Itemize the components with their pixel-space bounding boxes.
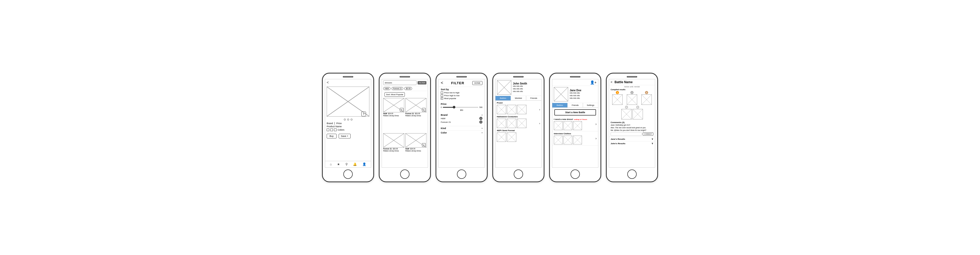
- battle-prom-chevron[interactable]: ›: [539, 108, 540, 111]
- battle-back-button[interactable]: <: [611, 80, 612, 84]
- johns-results-label: John's Results: [611, 142, 625, 145]
- nav-search-icon[interactable]: ⚲: [345, 163, 348, 166]
- add-product-2[interactable]: +: [422, 108, 426, 112]
- chip-hm[interactable]: H&M: [383, 87, 390, 90]
- p5-profile-section: Jane Doe Info Info InfoInfo Info InfoInf…: [552, 86, 598, 103]
- filter-back-button[interactable]: <: [441, 81, 443, 85]
- comments-section: Comments (3) Jane: Definitely get #1!!! …: [609, 121, 655, 137]
- nav-bell-icon[interactable]: 🔔: [353, 163, 357, 166]
- price-title: Price: [441, 103, 482, 105]
- search-input[interactable]: [383, 80, 417, 85]
- battle-halloween-chevron[interactable]: ›: [539, 122, 540, 125]
- buy-button[interactable]: Buy: [327, 134, 337, 139]
- dress-battle-chevron[interactable]: ›: [595, 122, 597, 126]
- rank-badge-5: 5: [636, 105, 639, 109]
- color-swatch-1[interactable]: [327, 129, 329, 131]
- user-details: Info info infoInfo info infoInfo info in…: [513, 85, 540, 92]
- johns-results-row[interactable]: John's Results ∨: [609, 141, 655, 145]
- chip-price[interactable]: $0-50: [404, 87, 412, 90]
- sort-checkbox-3[interactable]: [441, 97, 443, 100]
- jane-tab-settings[interactable]: Settings: [583, 103, 598, 107]
- battle-prom-title: Prom!: [497, 102, 540, 104]
- interview-thumb-3: [573, 135, 582, 145]
- save-button[interactable]: Save +: [339, 134, 351, 139]
- john-smith-phone: John Smith Info info infoInfo info infoI…: [492, 73, 544, 182]
- brand-chevron[interactable]: ›: [482, 114, 482, 116]
- phone2-home-button[interactable]: [400, 169, 409, 179]
- price-slider[interactable]: [443, 107, 478, 108]
- color-swatch-2[interactable]: [330, 129, 333, 131]
- kind-section: Kind › Color ›: [439, 126, 485, 135]
- compiled-label: Compiled results: [609, 88, 655, 91]
- phone3-screen: < FILTER DONE Sort by Price low to high …: [438, 79, 485, 168]
- result-3: 3: [640, 91, 653, 105]
- jane-battle-interview-title: Interview Clothes: [554, 132, 595, 135]
- interview-thumb-1: [554, 135, 563, 145]
- kind-row[interactable]: Kind ›: [441, 126, 482, 131]
- tab-battles[interactable]: Battles: [495, 96, 511, 100]
- phone6-home-button[interactable]: [627, 169, 637, 179]
- phone-speaker: [627, 76, 637, 77]
- sort-option-1[interactable]: Price low to high: [441, 91, 482, 94]
- product-item-3: Forever 21 $39.95Ribbed Jersey Dress: [383, 133, 404, 167]
- sort-title: Sort by: [441, 88, 482, 91]
- result-4: 4: [621, 105, 632, 120]
- remove-hm-button[interactable]: ✕: [479, 117, 482, 120]
- battle-halloween-thumb-2: [507, 119, 516, 128]
- jane-tab-battles[interactable]: Battles: [552, 103, 568, 107]
- interview-battle-chevron[interactable]: ›: [595, 137, 597, 140]
- tab-friends[interactable]: Friends: [526, 96, 541, 100]
- back-button[interactable]: <: [327, 80, 329, 84]
- battle-prom-thumb-2: [507, 105, 516, 114]
- result-2: 2: [625, 91, 639, 105]
- divider: [334, 122, 335, 124]
- color-swatch-3[interactable]: [334, 129, 337, 131]
- jane-doe-avatar: [554, 87, 568, 101]
- brand-hm-label: H&M: [441, 117, 445, 120]
- battle-prom-thumb-1: [497, 105, 506, 114]
- nav-star-icon[interactable]: ★: [337, 163, 340, 166]
- battle-aepi-row: [497, 132, 540, 142]
- phone1-home-button[interactable]: [343, 169, 353, 179]
- sort-row: Sort: Most Popular: [382, 91, 428, 98]
- profile-avatar: [497, 80, 511, 95]
- sort-option-2[interactable]: Price high to low: [441, 94, 482, 97]
- remove-forever21-button[interactable]: ✕: [479, 121, 482, 124]
- filter-button[interactable]: FILTER: [418, 81, 426, 84]
- color-row[interactable]: Color ›: [441, 131, 482, 135]
- tab-wishlist[interactable]: Wishlist: [511, 96, 526, 100]
- add-friend-icon[interactable]: 👤+: [590, 80, 597, 84]
- janes-results-chevron[interactable]: ∨: [652, 138, 653, 140]
- phone5-home-button[interactable]: [571, 169, 580, 179]
- chip-forever21[interactable]: Forever 21: [391, 87, 404, 90]
- sort-option-3[interactable]: Most popular: [441, 97, 482, 100]
- add-image-button[interactable]: +: [361, 112, 366, 116]
- product-item-4: + H&M $39.95Ribbed Jersey Dress: [405, 133, 426, 167]
- sort-checkbox-1[interactable]: [441, 91, 443, 94]
- color-chevron[interactable]: ›: [482, 131, 482, 134]
- johns-results-chevron[interactable]: ∨: [652, 142, 653, 145]
- slider-thumb[interactable]: [453, 106, 455, 108]
- jane-doe-name: Jane Doe: [570, 89, 581, 92]
- jane-doe-phone: 👤+ Jane Doe Info Info InfoInfo Info Info…: [549, 73, 601, 182]
- sort-checkbox-2[interactable]: [441, 94, 443, 97]
- janes-results-row[interactable]: Jane's Results ∨: [609, 137, 655, 141]
- done-button[interactable]: DONE: [472, 81, 482, 85]
- jane-tab-friends[interactable]: Friends: [568, 103, 583, 107]
- phone3-home-button[interactable]: [457, 169, 466, 179]
- kind-chevron[interactable]: ›: [482, 127, 482, 129]
- comment-input[interactable]: [611, 132, 642, 136]
- phone4-home-button[interactable]: [514, 169, 523, 179]
- add-product-1[interactable]: +: [400, 108, 404, 112]
- new-battle-button[interactable]: Start a New Battle: [554, 109, 596, 115]
- nav-profile-icon[interactable]: 👤: [362, 163, 366, 166]
- add-product-4[interactable]: +: [422, 143, 426, 147]
- battle-halloween-thumb-1: [497, 119, 506, 128]
- colors-label: Colors: [337, 129, 344, 131]
- comment-button[interactable]: COMMENT: [643, 132, 653, 135]
- dress-thumb-1: [554, 121, 563, 130]
- nav-home-icon[interactable]: ⌂: [330, 163, 332, 166]
- sort-label[interactable]: Sort: Most Popular: [385, 92, 405, 97]
- product-grid: + H&M $39.95Ribbed Jersey Dress + Foreve…: [382, 98, 428, 167]
- rank-badge-2: 2: [630, 91, 633, 94]
